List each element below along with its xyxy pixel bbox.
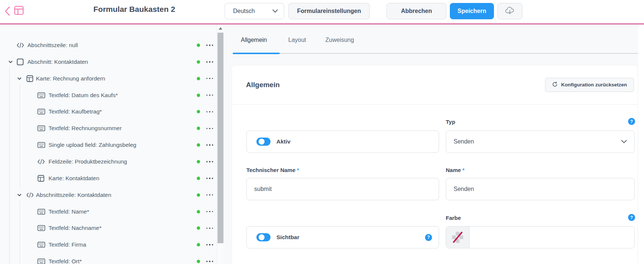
row-menu-button[interactable] bbox=[205, 108, 215, 115]
name-input[interactable] bbox=[446, 178, 634, 200]
chevron-down-icon[interactable] bbox=[17, 192, 22, 198]
typ-label: Typ bbox=[446, 119, 455, 125]
status-dot bbox=[197, 227, 200, 230]
sichtbar-toggle[interactable] bbox=[256, 233, 270, 241]
tree-item-label: Textfeld: Firma bbox=[49, 241, 86, 248]
row-menu-button[interactable] bbox=[205, 258, 215, 264]
status-dot bbox=[197, 44, 200, 47]
page-title: Formular Baukasten 2 bbox=[93, 5, 175, 14]
no-color-icon bbox=[452, 232, 463, 243]
code-icon bbox=[37, 159, 45, 164]
tab-zuweisung[interactable]: Zuweisung bbox=[325, 37, 354, 43]
row-menu-button[interactable] bbox=[205, 42, 215, 49]
tree-item-label: Textfeld: Kaufbetrag* bbox=[49, 108, 102, 115]
tree-item[interactable]: Textfeld: Datum des Kaufs* bbox=[0, 87, 217, 103]
tree-item[interactable]: Textfeld: Kaufbetrag* bbox=[0, 103, 217, 120]
farbe-label: Farbe bbox=[446, 215, 461, 221]
chevron-down-icon[interactable] bbox=[8, 59, 13, 65]
name-field bbox=[446, 178, 635, 200]
header: Formular Baukasten 2 Deutsch Formularein… bbox=[0, 0, 644, 23]
layout-panel-icon bbox=[14, 5, 24, 17]
typ-select-value: Senden bbox=[454, 138, 474, 145]
sidebar-scrollbar[interactable] bbox=[217, 24, 223, 264]
tree-item-label: Textfeld: Ort* bbox=[49, 258, 82, 264]
textfield-icon bbox=[37, 125, 45, 132]
tab-allgemein[interactable]: Allgemein bbox=[241, 37, 267, 43]
textfield-icon bbox=[37, 142, 45, 148]
row-menu-button[interactable] bbox=[205, 92, 215, 99]
farbe-input[interactable] bbox=[469, 227, 634, 248]
reset-configuration-label: Konfiguration zurücksetzen bbox=[561, 82, 627, 88]
typ-help-icon[interactable]: ? bbox=[628, 118, 635, 125]
cancel-button[interactable]: Abbrechen bbox=[386, 3, 447, 19]
tree-item[interactable]: Karte: Rechnung anfordern bbox=[0, 70, 217, 87]
export-button[interactable] bbox=[497, 3, 522, 19]
technischer-name-input[interactable] bbox=[247, 178, 439, 200]
language-select[interactable]: Deutsch bbox=[225, 3, 284, 19]
section-heading: Allgemein bbox=[246, 81, 280, 89]
chevron-down-icon bbox=[621, 138, 627, 145]
refresh-icon bbox=[552, 82, 558, 88]
row-menu-button[interactable] bbox=[205, 75, 215, 82]
tree-item-label: Karte: Rechnung anfordern bbox=[36, 75, 105, 82]
save-button[interactable]: Speichern bbox=[450, 3, 494, 19]
technischer-name-label: Technischer Name* bbox=[246, 167, 299, 173]
row-menu-button[interactable] bbox=[205, 158, 215, 165]
reset-configuration-button[interactable]: Konfiguration zurücksetzen bbox=[545, 78, 634, 92]
chevron-down-icon[interactable] bbox=[17, 76, 22, 81]
tree-item[interactable]: Abschnitt: Kontaktdaten bbox=[0, 53, 217, 70]
card-header: Allgemein Konfiguration zurücksetzen bbox=[232, 65, 638, 105]
active-tab-indicator bbox=[233, 53, 280, 54]
tree-item[interactable]: Textfeld: Ort* bbox=[0, 253, 217, 264]
row-menu-button[interactable] bbox=[205, 191, 215, 199]
layout-toggle-button[interactable] bbox=[13, 5, 24, 16]
form-settings-button[interactable]: Formulareinstellungen bbox=[288, 3, 370, 19]
aktiv-toggle[interactable] bbox=[256, 138, 270, 146]
typ-select[interactable]: Senden bbox=[446, 131, 635, 153]
status-dot bbox=[197, 93, 200, 97]
status-dot bbox=[197, 110, 200, 113]
tree-item[interactable]: Textfeld: Rechnungsnummer bbox=[0, 120, 217, 137]
tree-item[interactable]: Textfeld: Firma bbox=[0, 237, 217, 253]
status-dot bbox=[197, 143, 200, 147]
textfield-icon bbox=[37, 109, 45, 115]
form-builder-app: Formular Baukasten 2 Deutsch Formularein… bbox=[0, 0, 644, 264]
cloud-download-icon bbox=[505, 6, 515, 16]
tree-item[interactable]: Karte: Kontaktdaten bbox=[0, 170, 217, 187]
tree-item-label: Textfeld: Name* bbox=[49, 208, 89, 215]
row-menu-button[interactable] bbox=[205, 58, 215, 66]
row-menu-button[interactable] bbox=[205, 241, 215, 248]
tree-item[interactable]: Single upload field: Zahlungsbeleg bbox=[0, 137, 217, 154]
textfield-icon bbox=[37, 92, 45, 98]
sichtbar-help-icon[interactable]: ? bbox=[425, 234, 432, 241]
row-menu-button[interactable] bbox=[205, 208, 215, 215]
tree-item[interactable]: Textfeld: Nachname* bbox=[0, 220, 217, 237]
tree-item[interactable]: Abschnittszeile: Kontaktdaten bbox=[0, 187, 217, 203]
aktiv-label: Aktiv bbox=[276, 138, 291, 145]
tabs-divider bbox=[233, 53, 638, 54]
tree-item[interactable]: Abschnittszeile: null bbox=[0, 37, 217, 54]
row-menu-button[interactable] bbox=[205, 224, 215, 232]
textfeld-icon bbox=[37, 258, 45, 264]
tree-item[interactable]: Feldzeile: Produktbezeichnung bbox=[0, 153, 217, 170]
aktiv-toggle-field: Aktiv bbox=[246, 131, 439, 153]
toggle-knob bbox=[259, 234, 265, 240]
sichtbar-toggle-field: Sichtbar ? bbox=[246, 226, 439, 248]
color-swatch-button[interactable] bbox=[446, 227, 469, 248]
back-button[interactable] bbox=[3, 6, 12, 17]
row-menu-button[interactable] bbox=[205, 175, 215, 182]
row-menu-button[interactable] bbox=[205, 125, 215, 132]
scrollbar-thumb[interactable] bbox=[218, 33, 223, 243]
form-structure-tree: Abschnittszeile: nullAbschnitt: Kontaktd… bbox=[0, 24, 217, 264]
row-menu-button[interactable] bbox=[205, 141, 215, 149]
status-dot bbox=[197, 127, 200, 130]
tab-layout[interactable]: Layout bbox=[288, 37, 306, 43]
scroll-up-arrow-icon[interactable] bbox=[217, 25, 224, 31]
tree-item-label: Abschnittszeile: null bbox=[27, 42, 78, 49]
language-select-value: Deutsch bbox=[233, 8, 255, 14]
status-dot bbox=[197, 77, 200, 80]
main-scrollbar-area[interactable] bbox=[638, 24, 644, 264]
tree-item[interactable]: Textfeld: Name* bbox=[0, 203, 217, 220]
textfield-icon bbox=[37, 208, 45, 215]
farbe-help-icon[interactable]: ? bbox=[628, 214, 635, 221]
